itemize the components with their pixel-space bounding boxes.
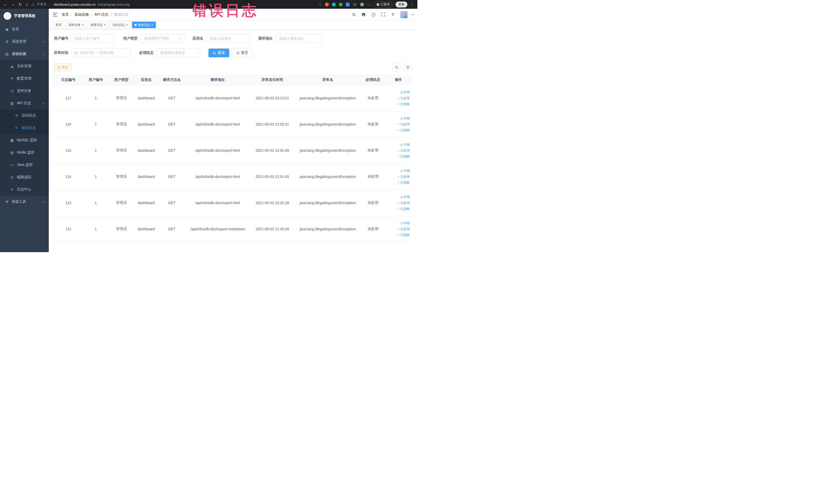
export-button[interactable]: 导出: [54, 63, 71, 71]
app-logo[interactable]: 芋道管理系统: [0, 9, 49, 23]
processed-link[interactable]: ✓已处理: [398, 227, 410, 231]
processed-link[interactable]: ✓已处理: [398, 96, 410, 100]
processed-link[interactable]: ✓已处理: [398, 175, 410, 179]
sidebar-item-api-logs[interactable]: ▥ API 日志 ∧: [0, 97, 49, 109]
tab-close-icon[interactable]: ×: [82, 23, 84, 26]
ignored-link[interactable]: ✓已忽略: [398, 102, 410, 106]
processed-link[interactable]: ✓已处理: [398, 201, 410, 205]
detail-link[interactable]: ◎详细: [400, 221, 410, 225]
extension-icon-6[interactable]: [360, 3, 364, 6]
cell-method: GET: [159, 190, 185, 216]
avatar[interactable]: [400, 11, 407, 18]
forward-icon[interactable]: →: [11, 2, 15, 7]
tab[interactable]: 定时任务 ×: [66, 22, 86, 28]
check-icon: ✓: [398, 227, 400, 231]
processed-link[interactable]: ✓已处理: [398, 122, 410, 126]
back-icon[interactable]: ←: [3, 2, 7, 7]
chevron-down-icon: ∨: [196, 52, 197, 55]
reset-button[interactable]: 重置: [232, 48, 252, 57]
tab-label: 调度日志: [90, 23, 103, 27]
ignored-link[interactable]: ✓已忽略: [398, 181, 410, 185]
paused-badge[interactable]: 已暂停: [374, 2, 392, 7]
bookmark-star-icon[interactable]: ☆: [319, 2, 322, 7]
date-range-picker[interactable]: 开始日期 - 结束日期: [72, 48, 131, 57]
sidebar-item-dev-tools[interactable]: ⚒ 研发工具 ∨: [0, 196, 49, 208]
toggle-search-button[interactable]: [392, 63, 401, 72]
github-icon[interactable]: [361, 12, 366, 17]
processed-link[interactable]: ✓已处理: [398, 148, 410, 153]
breadcrumb-api-logs[interactable]: API 日志: [95, 12, 108, 17]
process-status-select[interactable]: 请选择处理状态 ∨: [157, 48, 200, 57]
tab[interactable]: 访问日志 ×: [110, 22, 130, 28]
sidebar-item-log-center[interactable]: ✎ 日志中心: [0, 183, 49, 196]
ignored-link[interactable]: ✓已忽略: [398, 154, 410, 159]
update-button[interactable]: 更新: [395, 2, 407, 7]
tab[interactable]: 首页 ×: [53, 22, 64, 28]
sidebar-item-trace[interactable]: ◎ 链路追踪: [0, 171, 49, 183]
ignored-link[interactable]: ✓已忽略: [398, 207, 410, 211]
cell-request-url: /api/infra/db-doc/export-html: [185, 137, 250, 164]
tab-close-icon[interactable]: ×: [126, 23, 128, 26]
app-name-input[interactable]: [206, 34, 250, 43]
detail-link[interactable]: ◎详细: [400, 169, 410, 173]
check-icon: ✓: [398, 175, 400, 178]
extension-icon-4[interactable]: [346, 3, 350, 6]
extension-icon-1[interactable]: [325, 3, 329, 6]
search-icon[interactable]: [351, 12, 357, 17]
tab[interactable]: 错误日志 ×: [132, 22, 156, 28]
sidebar-item-home[interactable]: ◉ 首页: [0, 23, 49, 36]
menu-label: 文件管理: [17, 64, 31, 68]
font-size-icon[interactable]: T: [390, 12, 395, 17]
sidebar-item-error-log[interactable]: ✎ 错误日志: [0, 122, 49, 134]
sidebar-item-java-monitor[interactable]: ▭ Java 监控: [0, 159, 49, 171]
cell-user-id: 1: [83, 190, 109, 216]
user-type-select[interactable]: 请选择用户类型 ∨: [141, 34, 184, 43]
sidebar-item-infrastructure[interactable]: ▤ 基础设施 ∧: [0, 48, 49, 60]
search-button[interactable]: 搜索: [208, 48, 229, 57]
cell-exception-name: java.lang.IllegalArgumentException: [294, 190, 361, 216]
sidebar-item-mysql-monitor[interactable]: ▦ MySQL 监控: [0, 134, 49, 146]
detail-link[interactable]: ◎详细: [400, 90, 410, 95]
table-row: 115 1 管理员 dashboard GET /api/infra/db-do…: [54, 137, 412, 164]
refresh-table-button[interactable]: [404, 63, 412, 72]
sidebar-item-config-management[interactable]: ✎ 配置管理: [0, 73, 49, 85]
menu-label: 错误日志: [22, 125, 36, 130]
breadcrumb-home[interactable]: 首页: [62, 12, 69, 17]
breadcrumb-infrastructure[interactable]: 基础设施: [75, 12, 89, 17]
sidebar-item-file-management[interactable]: ☁ 文件管理: [0, 60, 49, 73]
user-id-input[interactable]: [72, 34, 115, 43]
sidebar-item-system-management[interactable]: ⚙ 系统管理 ∨: [0, 36, 49, 48]
tab[interactable]: 调度日志 ×: [88, 22, 108, 28]
ignored-link[interactable]: ✓已忽略: [398, 233, 410, 237]
request-url-input[interactable]: [276, 34, 322, 43]
sidebar-item-cron-jobs[interactable]: ◷ 定时任务: [0, 85, 49, 97]
extension-icon-5[interactable]: on: [353, 3, 357, 6]
reload-icon[interactable]: ↻: [19, 2, 22, 7]
extension-icon-2[interactable]: [332, 3, 336, 6]
help-icon[interactable]: ?: [371, 12, 376, 17]
cell-user-id: 1: [83, 164, 109, 190]
chevron-down-icon: ∨: [180, 37, 182, 40]
address-bar[interactable]: ⚠ 不安全 | dashboard.yudao.iocoder.cn/infra…: [32, 2, 130, 7]
sidebar-toggle[interactable]: [53, 13, 58, 16]
chevron-down-icon[interactable]: ▾: [412, 13, 413, 16]
detail-link[interactable]: ◎详细: [400, 195, 410, 199]
extension-icon-3[interactable]: ✓: [339, 3, 343, 6]
ignored-link-label: 已忽略: [401, 233, 410, 237]
process-status-placeholder: 请选择处理状态: [160, 51, 185, 55]
fullscreen-icon[interactable]: [381, 12, 386, 17]
ignored-link[interactable]: ✓已忽略: [398, 128, 410, 133]
tab-close-icon[interactable]: ×: [104, 23, 106, 26]
extension-icon-7[interactable]: [367, 3, 371, 6]
detail-link[interactable]: ◎详细: [400, 116, 410, 121]
sidebar-item-access-log[interactable]: ✎ 访问日志: [0, 109, 49, 122]
menu-label: 配置管理: [17, 76, 31, 81]
detail-link[interactable]: ◎详细: [400, 142, 410, 147]
check-icon: ✓: [398, 102, 400, 106]
processed-link-label: 已处理: [401, 122, 410, 126]
browser-menu-icon[interactable]: ⋮: [410, 2, 414, 7]
menu-label: Redis 监控: [17, 150, 34, 155]
sidebar-item-redis-monitor[interactable]: ▤ Redis 监控: [0, 146, 49, 159]
tab-close-icon[interactable]: ×: [151, 23, 153, 26]
home-icon[interactable]: ⌂: [25, 2, 28, 7]
